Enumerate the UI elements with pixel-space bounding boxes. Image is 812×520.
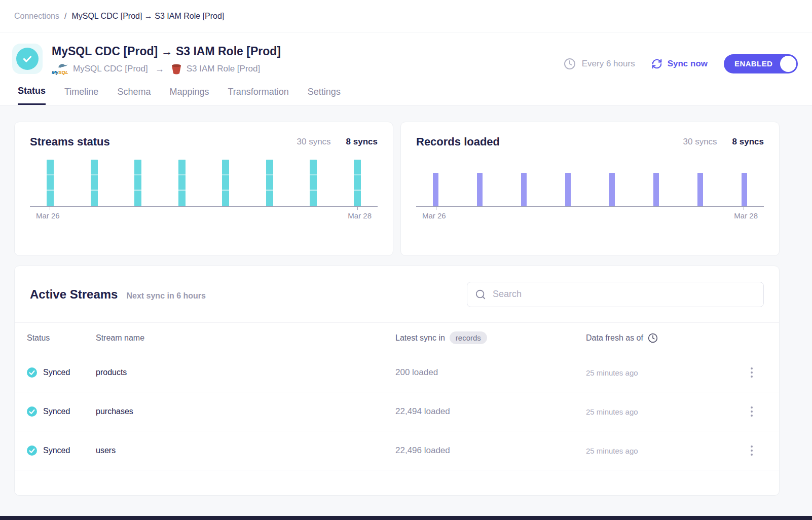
shown-syncs-filter[interactable]: 8 syncs xyxy=(732,137,764,147)
column-data-fresh: Data fresh as of xyxy=(586,333,643,343)
total-syncs-filter[interactable]: 30 syncs xyxy=(297,137,331,147)
flow-arrow: → xyxy=(155,64,164,75)
records-loaded-title: Records loaded xyxy=(416,135,500,148)
chart-bar[interactable] xyxy=(354,160,361,206)
chart-bar[interactable] xyxy=(477,173,483,206)
total-syncs-filter[interactable]: 30 syncs xyxy=(683,137,717,147)
clock-icon xyxy=(648,333,658,343)
data-fresh-value: 25 minutes ago xyxy=(586,407,740,416)
tab-timeline[interactable]: Timeline xyxy=(64,86,98,105)
source-name: MySQL CDC [Prod] xyxy=(73,64,148,74)
chart-bar[interactable] xyxy=(134,160,141,206)
records-loaded-chart: Mar 26 Mar 28 xyxy=(416,160,764,220)
records-badge[interactable]: records xyxy=(450,331,487,344)
chart-bar[interactable] xyxy=(609,173,615,206)
stream-name: users xyxy=(96,446,395,455)
stream-name: purchases xyxy=(96,407,395,416)
enabled-toggle-label: ENABLED xyxy=(724,59,772,68)
breadcrumb-connections-link[interactable]: Connections xyxy=(14,12,59,21)
synced-check-icon xyxy=(27,367,37,378)
sync-icon xyxy=(651,58,662,69)
clock-icon xyxy=(564,58,576,70)
synced-check-icon xyxy=(27,445,37,456)
chart-bar[interactable] xyxy=(653,173,659,206)
active-streams-title: Active Streams xyxy=(30,287,118,302)
chart-bar[interactable] xyxy=(222,160,229,206)
chart-bar[interactable] xyxy=(521,173,527,206)
sync-now-button[interactable]: Sync now xyxy=(651,58,708,69)
chart-bar[interactable] xyxy=(433,173,438,206)
chart-bar[interactable] xyxy=(178,160,186,206)
sync-schedule: Every 6 hours xyxy=(564,58,635,70)
row-menu-kebab-icon[interactable] xyxy=(748,442,756,459)
x-axis xyxy=(416,206,764,207)
table-row-products[interactable]: Synced products 200 loaded 25 minutes ag… xyxy=(15,353,779,392)
page-title: MySQL CDC [Prod] → S3 IAM Role [Prod] xyxy=(52,44,281,59)
x-tick-label-end: Mar 28 xyxy=(348,211,372,220)
row-menu-kebab-icon[interactable] xyxy=(748,364,756,381)
records-loaded-value: 22,496 loaded xyxy=(395,445,586,456)
stream-name: products xyxy=(96,368,395,377)
table-row-purchases[interactable]: Synced purchases 22,494 loaded 25 minute… xyxy=(15,392,779,431)
bottom-edge-strip xyxy=(0,516,812,520)
status-badge: Synced xyxy=(43,446,70,455)
tab-settings[interactable]: Settings xyxy=(308,86,341,105)
shown-syncs-filter[interactable]: 8 syncs xyxy=(346,137,378,147)
next-sync-label: Next sync in 6 hours xyxy=(126,291,206,301)
x-tick-label-start: Mar 26 xyxy=(36,211,60,220)
breadcrumb-separator: / xyxy=(64,12,66,21)
records-loaded-value: 200 loaded xyxy=(395,367,586,378)
x-tick-label-end: Mar 28 xyxy=(734,211,758,220)
search-box[interactable] xyxy=(467,282,764,307)
search-icon xyxy=(475,289,486,300)
sync-now-label: Sync now xyxy=(668,59,708,69)
connection-check-icon xyxy=(16,48,39,70)
row-menu-kebab-icon[interactable] xyxy=(748,403,756,420)
records-loaded-value: 22,494 loaded xyxy=(395,406,586,417)
table-header: Status Stream name Latest sync in record… xyxy=(15,323,779,353)
synced-check-icon xyxy=(27,406,37,417)
destination-name: S3 IAM Role [Prod] xyxy=(187,64,261,74)
status-badge: Synced xyxy=(43,407,70,416)
toggle-knob xyxy=(780,56,796,72)
active-streams-card: Active Streams Next sync in 6 hours Stat… xyxy=(14,266,780,496)
tab-bar: Status Timeline Schema Mappings Transfor… xyxy=(0,79,812,105)
breadcrumb-current: MySQL CDC [Prod] → S3 IAM Role [Prod] xyxy=(71,12,224,21)
connection-status-avatar xyxy=(12,44,43,74)
chart-bar[interactable] xyxy=(91,160,98,206)
tab-mappings[interactable]: Mappings xyxy=(169,86,209,105)
chart-bar[interactable] xyxy=(310,160,317,206)
svg-text:MySQL: MySQL xyxy=(52,69,68,75)
schedule-label: Every 6 hours xyxy=(582,59,635,69)
chart-bar[interactable] xyxy=(697,173,703,206)
column-stream-name: Stream name xyxy=(96,333,395,343)
s3-bucket-icon xyxy=(171,63,181,75)
data-fresh-value: 25 minutes ago xyxy=(586,368,740,377)
column-latest-sync: Latest sync in xyxy=(395,333,445,343)
chart-bar[interactable] xyxy=(266,160,273,206)
status-badge: Synced xyxy=(43,368,70,377)
chart-bar[interactable] xyxy=(565,173,571,206)
data-fresh-value: 25 minutes ago xyxy=(586,447,740,455)
streams-status-card: Streams status 30 syncs 8 syncs Mar 26 M… xyxy=(14,122,393,256)
x-tick-label-start: Mar 26 xyxy=(422,211,446,220)
tab-schema[interactable]: Schema xyxy=(117,86,151,105)
streams-status-chart: Mar 26 Mar 28 xyxy=(30,160,378,220)
column-status: Status xyxy=(27,333,96,343)
search-input[interactable] xyxy=(493,289,756,300)
x-axis xyxy=(30,206,378,207)
mysql-logo: MySQL xyxy=(52,62,68,76)
tab-transformation[interactable]: Transformation xyxy=(228,86,288,105)
chart-bar[interactable] xyxy=(742,173,747,206)
enabled-toggle[interactable]: ENABLED xyxy=(724,54,798,73)
chart-bar[interactable] xyxy=(47,160,54,206)
records-loaded-card: Records loaded 30 syncs 8 syncs Mar 26 M… xyxy=(400,122,780,256)
connection-header: MySQL CDC [Prod] → S3 IAM Role [Prod] My… xyxy=(0,32,812,79)
streams-status-title: Streams status xyxy=(30,135,110,148)
table-row-users[interactable]: Synced users 22,496 loaded 25 minutes ag… xyxy=(15,431,779,470)
breadcrumb: Connections / MySQL CDC [Prod] → S3 IAM … xyxy=(0,0,812,32)
tab-status[interactable]: Status xyxy=(18,86,46,105)
